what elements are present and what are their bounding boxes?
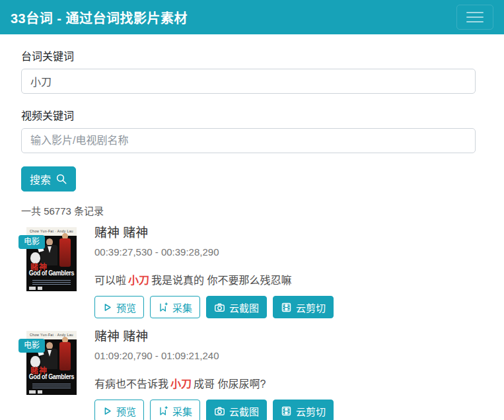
collect-button[interactable]: 采集 <box>150 296 200 318</box>
result-item: 电影 Chow Yun-Fat · Andy Lau 赌神 God of Gam… <box>21 227 476 318</box>
result-item: 电影 Chow Yun-Fat · Andy Lau 赌神 God of Gam… <box>21 331 476 420</box>
subtitle-text: 有病也不告诉我 <box>94 378 168 390</box>
movie-title: 赌神 赌神 <box>94 226 476 240</box>
search-button[interactable]: 搜索 <box>21 166 76 192</box>
action-button-row: 预览 采集 云截图 <box>94 296 476 318</box>
hamburger-icon <box>466 12 484 13</box>
subtitle-text: 成哥 你尿尿啊? <box>194 378 266 390</box>
media-type-badge: 电影 <box>18 339 45 353</box>
poster-container: 电影 Chow Yun-Fat · Andy Lau 赌神 God of Gam… <box>26 331 77 395</box>
page-title: 33台词 - 通过台词找影片素材 <box>11 8 188 27</box>
preview-button[interactable]: 预览 <box>94 296 144 318</box>
poster-art <box>38 287 42 290</box>
subtitle-text: 可以啦 <box>94 275 126 286</box>
main-content: 台词关键词 视频关键词 搜索 一共 56773 条记录 电影 Chow Yun-… <box>0 34 504 420</box>
subtitle-text: 我是说真的 你不要那么残忍嘛 <box>151 275 291 286</box>
result-item-content: 赌神 赌神 00:39:27,530 - 00:39:28,290 可以啦小刀我… <box>94 227 476 318</box>
subtitle-line: 可以啦小刀我是说真的 你不要那么残忍嘛 <box>94 273 476 287</box>
menu-toggle-button[interactable] <box>456 5 493 30</box>
hamburger-icon <box>466 17 484 18</box>
line-keyword-label: 台词关键词 <box>21 48 476 63</box>
subtitle-time-range: 00:39:27,530 - 00:39:28,290 <box>94 246 476 258</box>
cloud-cut-button[interactable]: 云剪切 <box>273 296 334 318</box>
camera-icon <box>214 302 225 313</box>
search-icon <box>55 173 67 185</box>
play-icon <box>102 302 112 312</box>
poster-art <box>29 390 36 394</box>
poster-art <box>29 287 36 290</box>
preview-button[interactable]: 预览 <box>94 400 144 420</box>
poster-art <box>59 342 71 370</box>
bookmark-plus-icon <box>158 302 168 312</box>
film-icon <box>281 405 292 417</box>
cloud-screenshot-button[interactable]: 云截图 <box>206 296 267 318</box>
poster-art <box>38 390 42 394</box>
poster-art <box>59 238 71 267</box>
poster-container: 电影 Chow Yun-Fat · Andy Lau 赌神 God of Gam… <box>26 227 77 291</box>
camera-icon <box>214 405 225 417</box>
poster-title-en: God of Gamblers <box>26 373 77 381</box>
search-button-label: 搜索 <box>30 171 51 187</box>
film-icon <box>281 302 292 313</box>
bookmark-plus-icon <box>158 405 168 416</box>
action-button-row: 预览 采集 云截图 <box>94 400 476 420</box>
subtitle-keyword-highlight: 小刀 <box>126 275 151 286</box>
video-keyword-input[interactable] <box>21 128 476 153</box>
subtitle-line: 有病也不告诉我小刀成哥 你尿尿啊? <box>94 377 476 391</box>
subtitle-keyword-highlight: 小刀 <box>168 378 194 390</box>
movie-title: 赌神 赌神 <box>94 330 476 344</box>
play-icon <box>102 406 112 416</box>
video-keyword-label: 视频关键词 <box>21 107 476 123</box>
line-keyword-input[interactable] <box>21 69 476 94</box>
cloud-cut-button[interactable]: 云剪切 <box>273 400 334 420</box>
poster-art <box>32 280 71 285</box>
result-count: 一共 56773 条记录 <box>21 203 476 217</box>
media-type-badge: 电影 <box>18 235 45 249</box>
poster-title-en: God of Gamblers <box>26 269 77 277</box>
result-item-content: 赌神 赌神 01:09:20,790 - 01:09:21,240 有病也不告诉… <box>94 331 476 420</box>
subtitle-time-range: 01:09:20,790 - 01:09:21,240 <box>94 350 476 361</box>
cloud-screenshot-button[interactable]: 云截图 <box>206 400 267 420</box>
hamburger-icon <box>466 21 484 22</box>
collect-button[interactable]: 采集 <box>150 400 200 420</box>
poster-art <box>32 384 71 389</box>
app-header: 33台词 - 通过台词找影片素材 <box>0 0 504 34</box>
